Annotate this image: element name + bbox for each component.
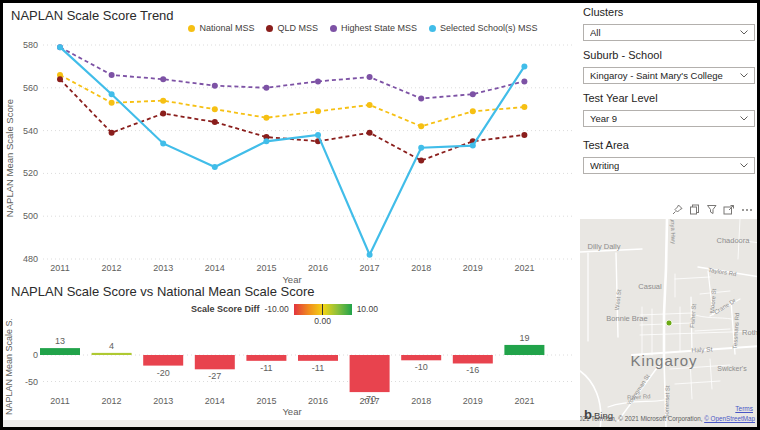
svg-text:2017: 2017 bbox=[360, 396, 380, 406]
svg-text:2013: 2013 bbox=[153, 263, 173, 273]
svg-text:2016: 2016 bbox=[308, 396, 328, 406]
svg-text:-11: -11 bbox=[312, 363, 324, 373]
svg-text:2015: 2015 bbox=[256, 396, 276, 406]
svg-text:Somerset St: Somerset St bbox=[663, 385, 670, 419]
slicer-test-area-dropdown[interactable]: Writing bbox=[583, 157, 755, 174]
bar-chart-plot[interactable]: 0-5013201142012-202013-272014-112015-112… bbox=[3, 319, 581, 417]
svg-text:19: 19 bbox=[519, 333, 529, 343]
chevron-down-icon bbox=[740, 116, 748, 121]
svg-text:NAPLAN Mean Scale S...: NAPLAN Mean Scale S... bbox=[4, 319, 14, 415]
svg-text:Roth: Roth bbox=[742, 328, 757, 337]
svg-text:2021: 2021 bbox=[514, 263, 534, 273]
more-options-icon[interactable] bbox=[741, 204, 753, 215]
legend-label: QLD MSS bbox=[277, 23, 318, 33]
svg-text:2021: 2021 bbox=[514, 396, 534, 406]
legend-label: National MSS bbox=[199, 23, 254, 33]
legend-item-qld-mss[interactable]: QLD MSS bbox=[266, 23, 318, 33]
map-attribution: © 2021 TomTom, © 2021 Microsoft Corporat… bbox=[580, 415, 755, 422]
line-chart-plot[interactable]: 5805605405205004802011201220132014201520… bbox=[3, 36, 581, 284]
gradient-legend-title: Scale Score Diff bbox=[191, 304, 260, 315]
legend-dot-selected-school bbox=[429, 25, 436, 32]
dashboard-page: NAPLAN Scale Score Trend National MSS QL… bbox=[0, 0, 760, 430]
copy-icon[interactable] bbox=[689, 204, 700, 215]
svg-text:2019: 2019 bbox=[463, 396, 483, 406]
svg-text:-27: -27 bbox=[208, 371, 221, 381]
chevron-down-icon bbox=[740, 163, 748, 168]
svg-text:-16: -16 bbox=[466, 365, 479, 375]
svg-text:2017: 2017 bbox=[360, 263, 380, 273]
legend-dot-national bbox=[188, 25, 195, 32]
svg-text:Kingaroy: Kingaroy bbox=[630, 352, 697, 369]
slicer-test-year-level-value: Year 9 bbox=[590, 113, 617, 124]
svg-text:-20: -20 bbox=[157, 368, 170, 378]
filter-icon[interactable] bbox=[706, 204, 717, 215]
slicer-suburb-school: Suburb - School Kingaroy - Saint Mary's … bbox=[583, 49, 755, 84]
map-terms-link[interactable]: Terms bbox=[735, 405, 753, 412]
legend-item-national-mss[interactable]: National MSS bbox=[188, 23, 254, 33]
svg-text:Chadoora: Chadoora bbox=[717, 236, 751, 245]
svg-text:-11: -11 bbox=[260, 363, 272, 373]
focus-mode-icon[interactable] bbox=[723, 204, 735, 215]
openstreetmap-link[interactable]: © OpenStreetMap bbox=[704, 415, 755, 422]
slicer-test-area: Test Area Writing bbox=[583, 139, 755, 174]
svg-text:2015: 2015 bbox=[256, 263, 276, 273]
svg-text:NAPLAN Mean Scale Score: NAPLAN Mean Scale Score bbox=[4, 99, 15, 217]
slicer-test-year-level: Test Year Level Year 9 bbox=[583, 92, 755, 127]
svg-text:Swicker's: Swicker's bbox=[717, 365, 747, 372]
legend-item-selected-school-mss[interactable]: Selected School(s) MSS bbox=[429, 23, 538, 33]
svg-text:500: 500 bbox=[23, 211, 38, 221]
legend-dot-highest-state bbox=[330, 25, 337, 32]
gradient-mid-tick bbox=[322, 304, 323, 315]
svg-text:13: 13 bbox=[55, 336, 65, 346]
svg-text:2012: 2012 bbox=[102, 396, 122, 406]
chevron-down-icon bbox=[740, 73, 748, 78]
slicer-test-year-level-label: Test Year Level bbox=[583, 92, 755, 104]
svg-text:Bunya Hwy: Bunya Hwy bbox=[669, 219, 676, 244]
svg-text:580: 580 bbox=[23, 40, 38, 50]
svg-text:2014: 2014 bbox=[205, 263, 225, 273]
slicer-clusters-dropdown[interactable]: All bbox=[583, 24, 755, 41]
legend-label: Highest State MSS bbox=[341, 23, 417, 33]
svg-text:Dilly Dally: Dilly Dally bbox=[588, 242, 621, 251]
map-visual: Dilly DallyChadooraCasualBonnie BraeKing… bbox=[580, 219, 757, 427]
slicer-clusters: Clusters All bbox=[583, 6, 755, 41]
svg-text:4: 4 bbox=[109, 341, 114, 351]
legend-dot-qld bbox=[266, 25, 273, 32]
svg-text:2019: 2019 bbox=[463, 263, 483, 273]
pin-icon[interactable] bbox=[672, 204, 683, 215]
svg-text:2011: 2011 bbox=[50, 396, 69, 406]
svg-text:540: 540 bbox=[23, 126, 38, 136]
svg-text:Year: Year bbox=[282, 406, 301, 417]
svg-text:560: 560 bbox=[23, 83, 38, 93]
chevron-down-icon bbox=[740, 30, 748, 35]
svg-text:Bonnie Brae: Bonnie Brae bbox=[606, 314, 647, 323]
map-canvas[interactable]: Dilly DallyChadooraCasualBonnie BraeKing… bbox=[580, 219, 757, 427]
slicer-test-area-value: Writing bbox=[590, 160, 619, 171]
svg-text:Casual: Casual bbox=[638, 282, 662, 291]
svg-text:2014: 2014 bbox=[205, 396, 225, 406]
svg-text:0: 0 bbox=[33, 350, 38, 360]
slicer-test-year-level-dropdown[interactable]: Year 9 bbox=[583, 110, 755, 127]
slicer-clusters-value: All bbox=[590, 27, 601, 38]
svg-text:2016: 2016 bbox=[308, 263, 328, 273]
line-chart-title: NAPLAN Scale Score Trend bbox=[11, 8, 174, 23]
svg-text:Year: Year bbox=[282, 274, 301, 284]
line-chart-legend: National MSS QLD MSS Highest State MSS S… bbox=[143, 23, 583, 33]
gradient-bar bbox=[294, 304, 352, 315]
svg-text:-10: -10 bbox=[415, 362, 428, 372]
page-bottom-strip bbox=[3, 420, 581, 427]
legend-label: Selected School(s) MSS bbox=[440, 23, 538, 33]
slicer-suburb-school-dropdown[interactable]: Kingaroy - Saint Mary's College bbox=[583, 67, 755, 84]
filter-panel: Clusters All Suburb - School Kingaroy - … bbox=[580, 3, 757, 427]
slicer-test-area-label: Test Area bbox=[583, 139, 755, 151]
legend-item-highest-state-mss[interactable]: Highest State MSS bbox=[330, 23, 417, 33]
gradient-max-label: 10.00 bbox=[357, 304, 378, 315]
svg-text:2018: 2018 bbox=[411, 396, 431, 406]
svg-text:520: 520 bbox=[23, 168, 38, 178]
svg-text:2012: 2012 bbox=[102, 263, 122, 273]
gradient-min-label: -10.00 bbox=[265, 304, 289, 315]
slicer-clusters-label: Clusters bbox=[583, 6, 755, 18]
svg-text:480: 480 bbox=[23, 254, 38, 264]
map-visual-header bbox=[672, 204, 753, 215]
svg-text:2013: 2013 bbox=[153, 396, 173, 406]
